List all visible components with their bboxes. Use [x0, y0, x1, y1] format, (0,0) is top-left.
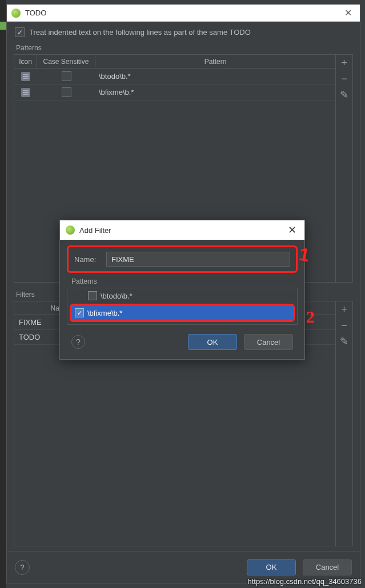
add-filter-button[interactable]: +	[336, 301, 352, 317]
cancel-button[interactable]: Cancel	[244, 334, 293, 350]
remove-pattern-button[interactable]: −	[336, 71, 352, 87]
watermark: https://blog.csdn.net/qq_34603736	[248, 577, 362, 586]
pattern-text: \bfixme\b.*	[87, 309, 122, 317]
modal-titlebar[interactable]: Add Filter ✕	[60, 220, 304, 240]
add-filter-dialog: Add Filter ✕ Name: Patterns \btodo\b.* \…	[59, 220, 305, 360]
android-studio-icon	[11, 9, 21, 18]
modal-patterns-list[interactable]: \btodo\b.* \bfixme\b.*	[67, 288, 298, 325]
pattern-checkbox[interactable]	[88, 291, 97, 300]
close-icon[interactable]: ✕	[341, 7, 355, 18]
ok-button[interactable]: OK	[188, 334, 237, 350]
android-studio-icon	[66, 225, 75, 235]
case-sensitive-checkbox[interactable]	[62, 71, 71, 81]
table-row[interactable]: \btodo\b.*	[14, 69, 335, 84]
list-item[interactable]: \bfixme\b.*	[71, 305, 293, 320]
pattern-text: \btodo\b.*	[95, 72, 335, 80]
editor-green-marker	[0, 22, 6, 30]
edit-pattern-button[interactable]: ✎	[336, 87, 352, 103]
name-field-group: Name:	[67, 245, 298, 273]
treat-indented-checkbox[interactable]	[15, 27, 25, 37]
pattern-text: \btodo\b.*	[101, 292, 133, 300]
close-icon[interactable]: ✕	[286, 224, 299, 236]
patterns-header-icon: Icon	[14, 55, 37, 68]
patterns-header-pattern: Pattern	[95, 55, 335, 68]
patterns-header-case-sensitive: Case Sensitive	[37, 55, 95, 68]
treat-indented-label: Treat indented text on the following lin…	[29, 28, 251, 37]
pattern-cs-cell[interactable]	[37, 71, 95, 81]
cancel-button[interactable]: Cancel	[303, 559, 352, 575]
dialog-title: TODO	[25, 9, 341, 17]
name-label: Name:	[74, 255, 101, 264]
list-item[interactable]: \btodo\b.*	[67, 288, 297, 303]
help-button[interactable]: ?	[71, 335, 85, 349]
filters-toolbar: + − ✎	[335, 301, 352, 546]
highlighted-row-annotation: \bfixme\b.*	[70, 304, 295, 322]
file-icon	[21, 72, 30, 81]
patterns-toolbar: + − ✎	[335, 55, 352, 282]
modal-button-bar: ? OK Cancel	[67, 325, 298, 352]
pattern-text: \bfixme\b.*	[95, 88, 335, 96]
pattern-checkbox[interactable]	[75, 308, 84, 317]
modal-patterns-label: Patterns	[71, 277, 298, 285]
patterns-header: Icon Case Sensitive Pattern	[14, 55, 335, 69]
pattern-icon	[14, 88, 37, 97]
pattern-icon	[14, 72, 37, 81]
patterns-section-label: Patterns	[16, 44, 353, 52]
table-row[interactable]: \bfixme\b.*	[14, 84, 335, 100]
add-pattern-button[interactable]: +	[336, 55, 352, 71]
modal-title: Add Filter	[79, 226, 286, 235]
file-icon	[21, 88, 30, 97]
pattern-cs-cell[interactable]	[37, 87, 95, 97]
titlebar[interactable]: TODO ✕	[7, 5, 360, 22]
case-sensitive-checkbox[interactable]	[62, 87, 71, 97]
filter-name-input[interactable]	[106, 252, 290, 267]
remove-filter-button[interactable]: −	[336, 317, 352, 333]
edit-filter-button[interactable]: ✎	[336, 333, 352, 349]
editor-left-sliver	[0, 0, 6, 588]
ok-button[interactable]: OK	[247, 559, 296, 575]
treat-indented-row[interactable]: Treat indented text on the following lin…	[14, 27, 353, 37]
help-button[interactable]: ?	[15, 560, 30, 575]
